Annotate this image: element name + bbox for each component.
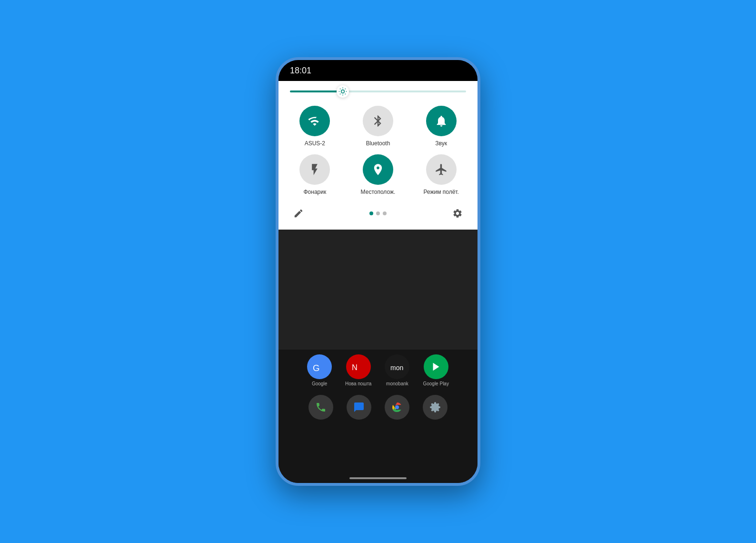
settings-app-icon (423, 395, 448, 420)
status-time: 18:01 (290, 66, 311, 76)
app-nova-poshta[interactable]: N Нова пошта (345, 354, 371, 386)
app-row-2 (308, 395, 448, 420)
location-label: Местополож. (361, 189, 396, 195)
quick-settings-panel: ASUS-2 Bluetooth (279, 81, 477, 230)
google-label: Google (312, 381, 327, 386)
app-google[interactable]: G Google (307, 354, 332, 386)
google-play-icon (424, 354, 448, 379)
wifi-toggle[interactable]: ASUS-2 (286, 106, 344, 147)
flashlight-toggle-circle[interactable] (299, 154, 330, 185)
svg-text:N: N (352, 363, 358, 372)
flashlight-label: Фонарик (303, 189, 326, 195)
wifi-label: ASUS-2 (305, 140, 325, 147)
status-bar: 18:01 (279, 60, 477, 81)
google-icon: G (307, 354, 332, 379)
app-grid-background: G Google N Нова пошта mono monobank (279, 350, 477, 483)
app-row-1: G Google N Нова пошта mono monobank (307, 354, 449, 386)
dot-3 (383, 211, 387, 215)
monobank-label: monobank (386, 381, 408, 386)
app-chrome[interactable] (385, 395, 409, 420)
messages-icon (347, 395, 371, 420)
google-play-label: Google Play (423, 381, 448, 386)
pagination-dots (369, 211, 387, 215)
dot-2 (376, 211, 380, 215)
phone-screen: G Google N Нова пошта mono monobank (279, 81, 477, 483)
nova-poshta-icon: N (346, 354, 371, 379)
brightness-slider-fill (290, 90, 343, 92)
wifi-toggle-circle[interactable] (299, 106, 330, 136)
svg-marker-3 (433, 363, 439, 371)
airplane-toggle[interactable]: Режим полёт. (412, 154, 470, 195)
bluetooth-toggle[interactable]: Bluetooth (349, 106, 407, 147)
app-phone[interactable] (308, 395, 333, 420)
svg-text:mono: mono (390, 364, 404, 372)
airplane-toggle-circle[interactable] (426, 154, 457, 185)
phone-device: 18:01 G Google N Нова пошта (276, 57, 480, 486)
toggle-grid: ASUS-2 Bluetooth (286, 106, 470, 195)
location-toggle[interactable]: Местополож. (349, 154, 407, 195)
brightness-row[interactable] (286, 90, 470, 92)
flashlight-toggle[interactable]: Фонарик (286, 154, 344, 195)
app-messages[interactable] (347, 395, 371, 420)
monobank-icon: mono (385, 354, 409, 379)
bluetooth-toggle-circle[interactable] (363, 106, 393, 136)
nova-poshta-label: Нова пошта (345, 381, 371, 386)
sound-toggle[interactable]: Звук (412, 106, 470, 147)
app-monobank[interactable]: mono monobank (385, 354, 409, 386)
brightness-thumb[interactable] (337, 85, 349, 98)
svg-text:G: G (313, 363, 320, 373)
app-google-play[interactable]: Google Play (423, 354, 448, 386)
brightness-slider-track[interactable] (290, 90, 466, 92)
svg-point-4 (395, 405, 399, 409)
airplane-label: Режим полёт. (423, 189, 458, 195)
home-indicator[interactable] (349, 477, 407, 479)
bluetooth-label: Bluetooth (366, 140, 390, 147)
app-settings[interactable] (423, 395, 448, 420)
chrome-icon (385, 395, 409, 420)
location-toggle-circle[interactable] (363, 154, 393, 185)
svg-point-6 (341, 90, 345, 93)
edit-button[interactable] (290, 205, 307, 222)
panel-bottom (286, 205, 470, 222)
sound-label: Звук (435, 140, 447, 147)
phone-app-icon (308, 395, 333, 420)
dot-1 (369, 211, 373, 215)
sound-toggle-circle[interactable] (426, 106, 457, 136)
settings-button[interactable] (449, 205, 466, 222)
